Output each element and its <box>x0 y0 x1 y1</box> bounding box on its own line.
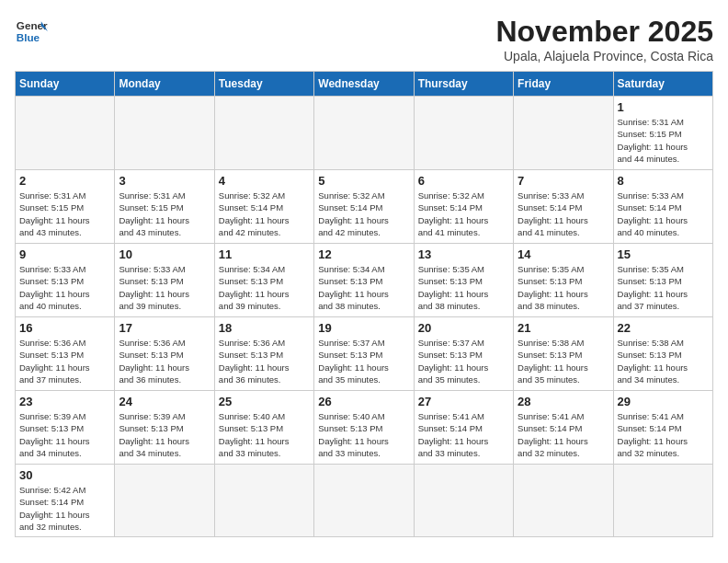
calendar-week-0: 1Sunrise: 5:31 AM Sunset: 5:15 PM Daylig… <box>16 97 713 170</box>
weekday-header-tuesday: Tuesday <box>214 72 313 97</box>
day-number: 11 <box>219 247 310 261</box>
calendar-cell: 6Sunrise: 5:32 AM Sunset: 5:14 PM Daylig… <box>414 170 513 244</box>
day-info: Sunrise: 5:33 AM Sunset: 5:13 PM Dayligh… <box>119 263 210 312</box>
calendar-cell <box>314 465 414 537</box>
day-info: Sunrise: 5:31 AM Sunset: 5:15 PM Dayligh… <box>119 190 210 238</box>
day-info: Sunrise: 5:34 AM Sunset: 5:13 PM Dayligh… <box>318 263 409 312</box>
day-number: 17 <box>119 321 210 335</box>
day-info: Sunrise: 5:33 AM Sunset: 5:13 PM Dayligh… <box>19 263 110 312</box>
day-number: 30 <box>19 468 110 482</box>
day-number: 12 <box>318 247 409 261</box>
calendar-cell: 24Sunrise: 5:39 AM Sunset: 5:13 PM Dayli… <box>115 391 214 465</box>
calendar-cell: 12Sunrise: 5:34 AM Sunset: 5:13 PM Dayli… <box>314 244 414 317</box>
day-number: 20 <box>418 321 509 335</box>
calendar-cell <box>16 97 115 170</box>
title-block: November 2025 Upala, Alajuela Province, … <box>495 15 713 63</box>
day-number: 9 <box>19 247 110 261</box>
calendar-week-3: 16Sunrise: 5:36 AM Sunset: 5:13 PM Dayli… <box>16 317 713 391</box>
day-number: 23 <box>19 395 110 408</box>
weekday-header-sunday: Sunday <box>16 72 115 97</box>
day-number: 10 <box>119 247 210 261</box>
day-number: 28 <box>518 395 609 408</box>
calendar-cell: 1Sunrise: 5:31 AM Sunset: 5:15 PM Daylig… <box>613 97 712 170</box>
day-number: 26 <box>318 395 409 408</box>
calendar-cell: 17Sunrise: 5:36 AM Sunset: 5:13 PM Dayli… <box>115 317 214 391</box>
calendar-cell <box>214 465 313 537</box>
calendar-cell: 3Sunrise: 5:31 AM Sunset: 5:15 PM Daylig… <box>115 170 214 244</box>
calendar-cell: 5Sunrise: 5:32 AM Sunset: 5:14 PM Daylig… <box>314 170 414 244</box>
location-subtitle: Upala, Alajuela Province, Costa Rica <box>495 49 713 63</box>
calendar-cell: 25Sunrise: 5:40 AM Sunset: 5:13 PM Dayli… <box>214 391 313 465</box>
calendar-week-5: 30Sunrise: 5:42 AM Sunset: 5:14 PM Dayli… <box>16 465 713 537</box>
day-info: Sunrise: 5:40 AM Sunset: 5:13 PM Dayligh… <box>219 410 310 459</box>
day-number: 14 <box>518 247 609 261</box>
day-info: Sunrise: 5:35 AM Sunset: 5:13 PM Dayligh… <box>618 263 709 312</box>
day-number: 19 <box>318 321 409 335</box>
calendar-cell <box>414 465 513 537</box>
day-info: Sunrise: 5:35 AM Sunset: 5:13 PM Dayligh… <box>518 263 609 312</box>
calendar-cell: 28Sunrise: 5:41 AM Sunset: 5:14 PM Dayli… <box>514 391 613 465</box>
weekday-header-wednesday: Wednesday <box>314 72 414 97</box>
calendar-week-2: 9Sunrise: 5:33 AM Sunset: 5:13 PM Daylig… <box>16 244 713 317</box>
calendar-cell: 30Sunrise: 5:42 AM Sunset: 5:14 PM Dayli… <box>16 465 115 537</box>
calendar-week-4: 23Sunrise: 5:39 AM Sunset: 5:13 PM Dayli… <box>16 391 713 465</box>
day-number: 16 <box>19 321 110 335</box>
calendar-cell: 7Sunrise: 5:33 AM Sunset: 5:14 PM Daylig… <box>514 170 613 244</box>
day-info: Sunrise: 5:32 AM Sunset: 5:14 PM Dayligh… <box>318 190 409 238</box>
calendar-cell: 18Sunrise: 5:36 AM Sunset: 5:13 PM Dayli… <box>214 317 313 391</box>
calendar-cell <box>115 465 214 537</box>
weekday-header-thursday: Thursday <box>414 72 513 97</box>
day-info: Sunrise: 5:39 AM Sunset: 5:13 PM Dayligh… <box>19 410 110 459</box>
weekday-header-saturday: Saturday <box>613 72 712 97</box>
day-info: Sunrise: 5:39 AM Sunset: 5:13 PM Dayligh… <box>119 410 210 459</box>
calendar-cell: 9Sunrise: 5:33 AM Sunset: 5:13 PM Daylig… <box>16 244 115 317</box>
calendar-cell: 15Sunrise: 5:35 AM Sunset: 5:13 PM Dayli… <box>613 244 712 317</box>
day-number: 6 <box>418 174 509 188</box>
calendar-cell: 29Sunrise: 5:41 AM Sunset: 5:14 PM Dayli… <box>613 391 712 465</box>
day-number: 4 <box>219 174 310 188</box>
calendar-cell: 27Sunrise: 5:41 AM Sunset: 5:14 PM Dayli… <box>414 391 513 465</box>
day-info: Sunrise: 5:31 AM Sunset: 5:15 PM Dayligh… <box>618 116 709 165</box>
weekday-header-friday: Friday <box>514 72 613 97</box>
calendar-cell <box>613 465 712 537</box>
calendar-cell <box>314 97 414 170</box>
calendar-cell: 21Sunrise: 5:38 AM Sunset: 5:13 PM Dayli… <box>514 317 613 391</box>
day-number: 15 <box>618 247 709 261</box>
day-info: Sunrise: 5:38 AM Sunset: 5:13 PM Dayligh… <box>618 337 709 385</box>
page-header: General Blue November 2025 Upala, Alajue… <box>15 15 713 63</box>
calendar-cell <box>214 97 313 170</box>
day-number: 25 <box>219 395 310 408</box>
day-info: Sunrise: 5:41 AM Sunset: 5:14 PM Dayligh… <box>518 410 609 459</box>
day-info: Sunrise: 5:33 AM Sunset: 5:14 PM Dayligh… <box>518 190 609 238</box>
calendar-week-1: 2Sunrise: 5:31 AM Sunset: 5:15 PM Daylig… <box>16 170 713 244</box>
calendar-table: SundayMondayTuesdayWednesdayThursdayFrid… <box>15 71 713 537</box>
calendar-cell <box>414 97 513 170</box>
day-number: 3 <box>119 174 210 188</box>
day-info: Sunrise: 5:36 AM Sunset: 5:13 PM Dayligh… <box>219 337 310 385</box>
calendar-cell: 26Sunrise: 5:40 AM Sunset: 5:13 PM Dayli… <box>314 391 414 465</box>
day-info: Sunrise: 5:37 AM Sunset: 5:13 PM Dayligh… <box>418 337 509 385</box>
calendar-cell <box>115 97 214 170</box>
day-info: Sunrise: 5:37 AM Sunset: 5:13 PM Dayligh… <box>318 337 409 385</box>
day-info: Sunrise: 5:36 AM Sunset: 5:13 PM Dayligh… <box>119 337 210 385</box>
calendar-cell: 23Sunrise: 5:39 AM Sunset: 5:13 PM Dayli… <box>16 391 115 465</box>
calendar-cell: 22Sunrise: 5:38 AM Sunset: 5:13 PM Dayli… <box>613 317 712 391</box>
calendar-cell: 4Sunrise: 5:32 AM Sunset: 5:14 PM Daylig… <box>214 170 313 244</box>
day-info: Sunrise: 5:38 AM Sunset: 5:13 PM Dayligh… <box>518 337 609 385</box>
calendar-cell: 11Sunrise: 5:34 AM Sunset: 5:13 PM Dayli… <box>214 244 313 317</box>
calendar-cell: 14Sunrise: 5:35 AM Sunset: 5:13 PM Dayli… <box>514 244 613 317</box>
calendar-cell <box>514 97 613 170</box>
day-number: 24 <box>119 395 210 408</box>
calendar-cell: 2Sunrise: 5:31 AM Sunset: 5:15 PM Daylig… <box>16 170 115 244</box>
calendar-cell: 8Sunrise: 5:33 AM Sunset: 5:14 PM Daylig… <box>613 170 712 244</box>
day-number: 29 <box>618 395 709 408</box>
day-info: Sunrise: 5:42 AM Sunset: 5:14 PM Dayligh… <box>19 484 110 533</box>
day-number: 7 <box>518 174 609 188</box>
weekday-header-monday: Monday <box>115 72 214 97</box>
day-number: 18 <box>219 321 310 335</box>
calendar-cell: 10Sunrise: 5:33 AM Sunset: 5:13 PM Dayli… <box>115 244 214 317</box>
calendar-header-row: SundayMondayTuesdayWednesdayThursdayFrid… <box>16 72 713 97</box>
day-info: Sunrise: 5:34 AM Sunset: 5:13 PM Dayligh… <box>219 263 310 312</box>
calendar-cell <box>514 465 613 537</box>
day-number: 8 <box>618 174 709 188</box>
